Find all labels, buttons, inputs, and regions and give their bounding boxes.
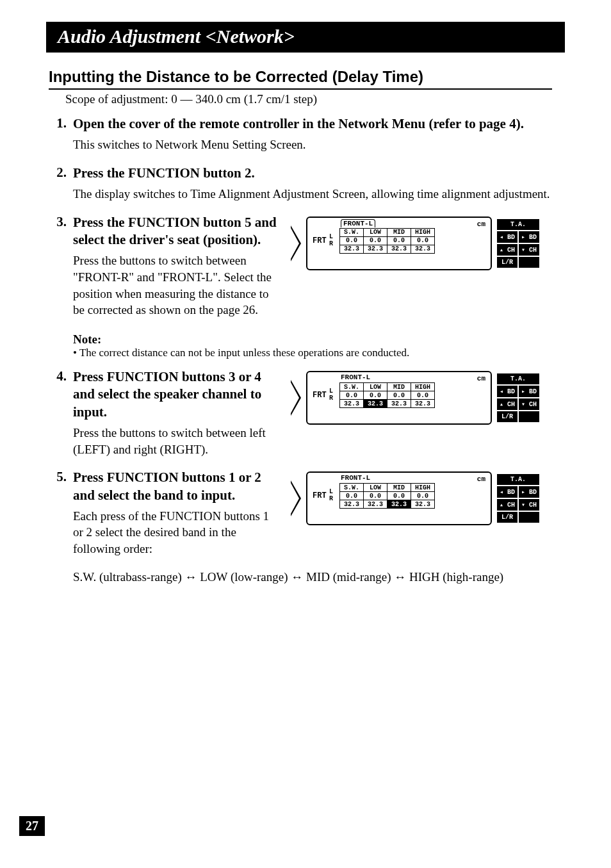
step-number: 3. [49,214,73,318]
step-4: 4. Press FUNCTION buttons 3 or 4 and sel… [49,368,552,457]
display-illustration-4: FRONT-L cm FRT LR S.W. LOW MID HIGH [291,371,552,425]
frt-label: FRT [313,237,327,245]
frt-lr: LR [329,233,333,247]
cell: 32.3 [340,245,364,253]
pointer-icon [291,380,301,416]
lr-button: L/R [497,411,517,422]
cm-label: cm [477,220,485,228]
frt-lr: LR [329,488,333,502]
note-block: Note: • The correct distance can not be … [73,332,552,359]
front-label: FRONT-L [341,373,370,381]
cell: 0.0 [387,236,411,245]
ch-down-button: ▾ CH [519,398,539,410]
col-low: LOW [364,484,387,492]
col-high: HIGH [411,383,435,391]
page-number: 27 [19,816,45,836]
step-title: Open the cover of the remote controller … [73,115,552,133]
step-title: Press FUNCTION buttons 3 or 4 and select… [73,368,278,421]
front-label: FRONT-L [341,219,375,227]
cell: 32.3 [411,400,435,408]
cell: 0.0 [364,391,387,400]
cell: 0.0 [340,492,364,500]
col-sw: S.W. [340,484,364,492]
cell: 0.0 [387,492,411,500]
step-desc: Each press of the FUNCTION buttons 1 or … [73,508,278,557]
col-mid: MID [387,383,411,391]
cell: 0.0 [364,236,387,245]
cell-highlight: 32.3 [387,500,411,509]
value-table: S.W. LOW MID HIGH 0.0 0.0 0.0 0.0 [339,228,435,254]
frt-lr: LR [329,388,333,402]
title-bar: Audio Adjustment <Network> [46,22,565,53]
ta-label: T.A. [497,219,539,230]
bd-left-button: ◂ BD [497,386,517,397]
cell: 32.3 [340,400,364,408]
pointer-icon [291,480,301,516]
step-title: Press the FUNCTION button 2. [73,165,552,182]
band-flow-text: S.W. (ultrabass-range) ↔ LOW (low-range)… [73,569,552,586]
value-table: S.W. LOW MID HIGH 0.0 0.0 0.0 0.0 [339,382,435,408]
side-buttons: T.A. ◂ BD ▸ BD ▴ CH ▾ CH L/R [497,373,539,422]
ch-up-button: ▴ CH [497,499,517,511]
col-sw: S.W. [340,228,364,236]
step-number: 5. [49,469,73,557]
cell: 32.3 [411,500,435,509]
cell: 32.3 [387,245,411,253]
cell: 0.0 [387,391,411,400]
cell: 32.3 [387,400,411,408]
note-bullet: • The correct distance can not be input … [73,347,552,359]
ta-label: T.A. [497,373,539,384]
cell: 32.3 [364,245,387,253]
cell: 32.3 [340,500,364,509]
cell: 32.3 [364,500,387,509]
screen-box: FRONT-L cm FRT LR S.W. LOW MID HIGH [306,371,492,425]
bd-left-button: ◂ BD [497,231,517,243]
bd-left-button: ◂ BD [497,486,517,498]
side-buttons: T.A. ◂ BD ▸ BD ▴ CH ▾ CH L/R [497,219,539,268]
step-1: 1. Open the cover of the remote controll… [49,115,552,153]
cell: 0.0 [340,391,364,400]
frt-label: FRT [313,391,327,399]
col-mid: MID [387,484,411,492]
cell: 0.0 [340,236,364,245]
step-2: 2. Press the FUNCTION button 2. The disp… [49,165,552,202]
col-low: LOW [364,383,387,391]
col-high: HIGH [411,228,435,236]
col-sw: S.W. [340,383,364,391]
step-title: Press the FUNCTION button 5 and select t… [73,214,278,249]
ta-label: T.A. [497,474,539,485]
lr-button: L/R [497,257,517,268]
bd-right-button: ▸ BD [519,486,539,498]
screen-box: FRONT-L cm FRT LR S.W. LOW MID HIGH [306,471,492,525]
col-low: LOW [364,228,387,236]
ch-down-button: ▾ CH [519,499,539,511]
cell: 0.0 [411,492,435,500]
side-buttons: T.A. ◂ BD ▸ BD ▴ CH ▾ CH L/R [497,474,539,523]
lr-button: L/R [497,512,517,523]
cell: 0.0 [411,236,435,245]
bd-right-button: ▸ BD [519,386,539,397]
note-label: Note: [73,332,552,347]
pointer-icon [291,225,301,261]
step-desc: Press the buttons to switch between "FRO… [73,252,278,318]
content-area: Inputting the Distance to be Corrected (… [0,53,611,585]
col-high: HIGH [411,484,435,492]
step-5: 5. Press FUNCTION buttons 1 or 2 and sel… [49,469,552,557]
step-desc: This switches to Network Menu Setting Sc… [73,136,552,153]
ch-down-button: ▾ CH [519,244,539,256]
cell-highlight: 32.3 [364,400,387,408]
front-label: FRONT-L [341,474,370,482]
cell: 0.0 [411,391,435,400]
display-illustration-3: FRONT-L cm FRT LR S.W. LOW MID HIGH [291,217,552,270]
cell: 32.3 [411,245,435,253]
frt-label: FRT [313,492,327,500]
cm-label: cm [477,475,485,483]
cm-label: cm [477,375,485,382]
display-illustration-5: FRONT-L cm FRT LR S.W. LOW MID HIGH [291,471,552,525]
blank-button [519,257,539,268]
cell: 0.0 [364,492,387,500]
value-table: S.W. LOW MID HIGH 0.0 0.0 0.0 0.0 [339,483,435,509]
bd-right-button: ▸ BD [519,231,539,243]
section-heading: Inputting the Distance to be Corrected (… [49,68,552,90]
screen-box: FRONT-L cm FRT LR S.W. LOW MID HIGH [306,217,492,270]
